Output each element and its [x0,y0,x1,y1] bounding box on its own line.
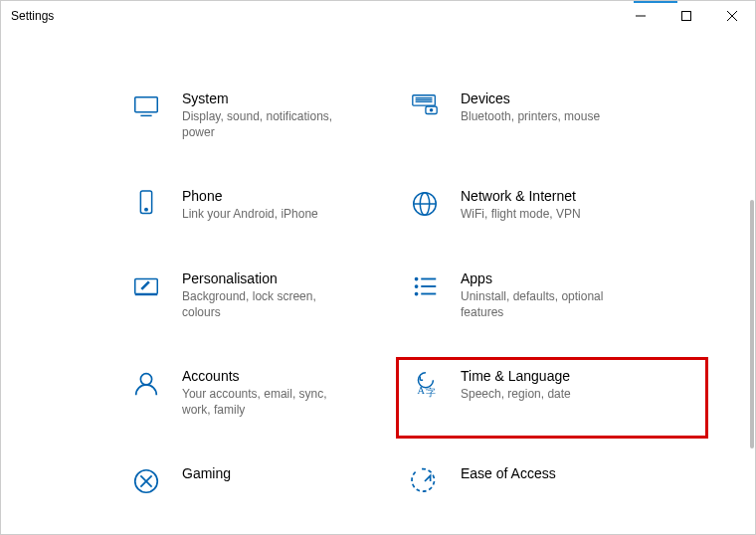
close-button[interactable] [709,1,755,31]
category-ease-of-access[interactable]: Ease of Access [409,465,687,497]
category-gaming[interactable]: Gaming [130,465,409,497]
gaming-icon [130,465,162,497]
content-area: System Display, sound, notifications, po… [1,31,755,534]
scrollbar-thumb[interactable] [750,200,754,448]
svg-rect-1 [682,12,691,21]
category-personalisation[interactable]: Personalisation Background, lock screen,… [130,270,409,320]
category-apps[interactable]: Apps Uninstall, defaults, optional featu… [409,270,687,320]
personalisation-icon [130,270,162,302]
category-name: Apps [461,270,635,286]
category-name: Personalisation [182,270,356,286]
ease-of-access-icon [409,465,441,497]
svg-point-25 [140,374,151,385]
category-accounts[interactable]: Accounts Your accounts, email, sync, wor… [130,368,409,418]
svg-rect-4 [135,97,158,112]
maximize-button[interactable] [663,1,709,31]
category-name: Network & Internet [461,188,581,204]
time-language-icon: A 字 [409,368,441,400]
svg-point-21 [416,285,418,287]
category-desc: WiFi, flight mode, VPN [461,206,581,222]
category-devices[interactable]: Devices Bluetooth, printers, mouse [409,90,687,140]
accounts-icon [130,368,162,400]
category-name: Devices [461,90,600,106]
svg-text:字: 字 [426,387,436,398]
category-name: Gaming [182,465,231,481]
category-desc: Uninstall, defaults, optional features [461,288,635,320]
category-name: Phone [182,188,318,204]
minimize-button[interactable] [618,1,663,31]
category-desc: Your accounts, email, sync, work, family [182,386,356,418]
svg-point-13 [145,209,147,211]
category-desc: Bluetooth, printers, mouse [461,108,600,124]
network-icon [409,188,441,220]
tab-accent-bar [634,1,677,3]
category-desc: Speech, region, date [461,386,571,402]
system-icon [130,90,162,122]
svg-point-23 [416,292,418,294]
apps-icon [409,270,441,302]
settings-grid: System Display, sound, notifications, po… [1,31,755,497]
phone-icon [130,188,162,220]
svg-text:A: A [418,385,426,396]
category-desc: Link your Android, iPhone [182,206,318,222]
devices-icon [409,90,441,122]
category-desc: Background, lock screen, colours [182,288,356,320]
category-name: Accounts [182,368,356,384]
category-network[interactable]: Network & Internet WiFi, flight mode, VP… [409,188,687,222]
category-name: Time & Language [461,368,571,384]
category-name: Ease of Access [461,465,556,481]
svg-point-11 [430,109,432,111]
category-name: System [182,90,356,106]
window-title: Settings [1,9,54,23]
svg-point-19 [416,277,418,279]
category-system[interactable]: System Display, sound, notifications, po… [130,90,409,140]
titlebar: Settings [1,1,755,31]
category-desc: Display, sound, notifications, power [182,108,356,140]
category-phone[interactable]: Phone Link your Android, iPhone [130,188,409,222]
category-time-language[interactable]: A 字 Time & Language Speech, region, date [396,357,708,439]
